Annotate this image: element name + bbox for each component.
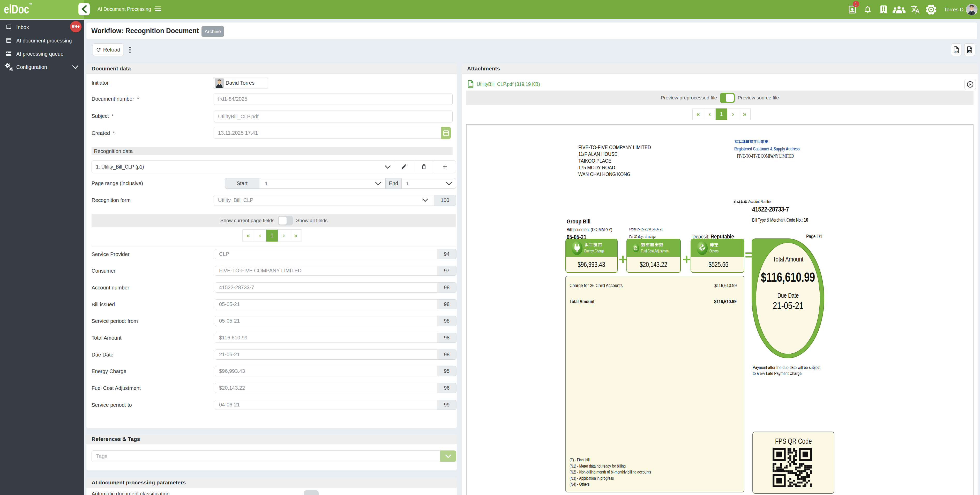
svg-text:PDF: PDF — [955, 50, 958, 52]
svg-text:W: W — [969, 50, 971, 52]
svg-text:PDF: PDF — [469, 85, 473, 88]
